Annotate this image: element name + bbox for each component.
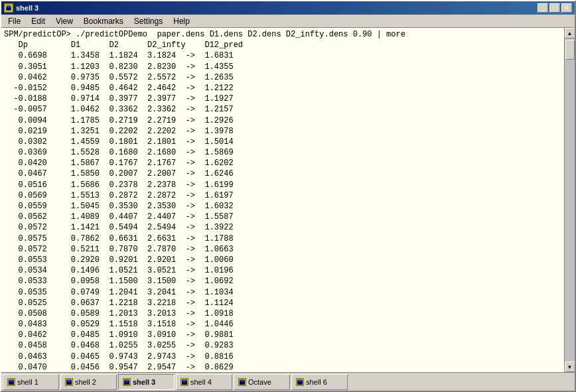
task-tab-shell-4[interactable]: shell 4 xyxy=(176,374,232,390)
close-button[interactable]: ✕ xyxy=(561,3,572,13)
task-label-4: Octave xyxy=(248,378,271,386)
svg-rect-7 xyxy=(125,379,129,381)
task-label-0: shell 1 xyxy=(17,378,38,386)
task-tab-octave[interactable]: Octave xyxy=(234,374,290,390)
window-icon xyxy=(4,3,13,13)
task-tab-shell-6[interactable]: shell 6 xyxy=(291,374,348,390)
menu-item-edit[interactable]: Edit xyxy=(26,15,50,27)
svg-rect-5 xyxy=(67,379,71,381)
task-icon-4 xyxy=(238,378,246,386)
window-title: shell 3 xyxy=(16,4,38,12)
menu-item-help[interactable]: Help xyxy=(168,15,195,27)
menu-bar: FileEditViewBookmarksSettingsHelp xyxy=(1,15,575,28)
task-icon-3 xyxy=(180,378,188,386)
vertical-scrollbar[interactable]: ▲ ▼ xyxy=(564,28,575,372)
task-label-2: shell 3 xyxy=(133,378,155,386)
maximize-button[interactable]: □ xyxy=(549,3,560,13)
task-label-5: shell 6 xyxy=(306,378,327,386)
title-bar: shell 3 _ □ ✕ xyxy=(1,1,575,15)
taskbar: shell 1shell 2shell 3shell 4Octaveshell … xyxy=(1,372,575,391)
terminal-wrapper: SPM/predictOP> ./predictOPDemo paper.den… xyxy=(1,28,575,372)
svg-rect-3 xyxy=(9,379,13,381)
task-tab-shell-3[interactable]: shell 3 xyxy=(118,374,175,390)
task-icon-2 xyxy=(123,378,131,386)
scroll-track[interactable] xyxy=(565,38,575,361)
minimize-button[interactable]: _ xyxy=(538,3,548,13)
task-tab-shell-2[interactable]: shell 2 xyxy=(60,374,117,390)
svg-rect-9 xyxy=(182,379,186,381)
title-bar-left: shell 3 xyxy=(4,3,38,13)
terminal-content[interactable]: SPM/predictOP> ./predictOPDemo paper.den… xyxy=(1,28,564,372)
task-tab-shell-1[interactable]: shell 1 xyxy=(3,374,59,390)
svg-rect-11 xyxy=(240,379,244,381)
scroll-down-button[interactable]: ▼ xyxy=(565,361,575,372)
svg-rect-13 xyxy=(298,379,302,381)
svg-rect-1 xyxy=(7,5,11,7)
scroll-thumb[interactable] xyxy=(565,40,575,60)
scroll-up-button[interactable]: ▲ xyxy=(565,28,575,38)
task-icon-1 xyxy=(65,378,73,386)
task-label-3: shell 4 xyxy=(190,378,212,386)
terminal-text: SPM/predictOP> ./predictOPDemo paper.den… xyxy=(4,29,561,372)
task-icon-5 xyxy=(296,378,304,386)
task-icon-0 xyxy=(7,378,15,386)
task-label-1: shell 2 xyxy=(75,378,96,386)
main-window: shell 3 _ □ ✕ FileEditViewBookmarksSetti… xyxy=(0,0,576,392)
menu-item-settings[interactable]: Settings xyxy=(129,15,168,27)
menu-item-file[interactable]: File xyxy=(3,15,26,27)
menu-item-view[interactable]: View xyxy=(50,15,78,27)
title-buttons: _ □ ✕ xyxy=(538,3,572,13)
menu-item-bookmarks[interactable]: Bookmarks xyxy=(78,15,129,27)
